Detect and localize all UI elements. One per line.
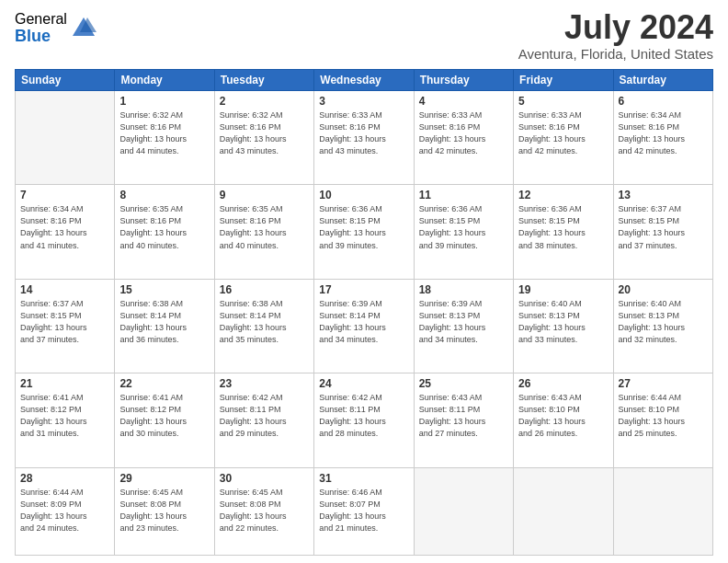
day-info: Sunrise: 6:43 AM Sunset: 8:11 PM Dayligh…: [419, 392, 508, 440]
day-number: 27: [619, 377, 708, 390]
day-number: 4: [419, 95, 508, 108]
day-number: 28: [20, 472, 109, 485]
day-number: 9: [220, 189, 309, 201]
day-number: 24: [319, 377, 408, 390]
day-number: 5: [518, 95, 608, 108]
day-info: Sunrise: 6:42 AM Sunset: 8:11 PM Dayligh…: [319, 392, 408, 440]
day-number: 29: [119, 472, 209, 485]
calendar-cell: 9Sunrise: 6:35 AM Sunset: 8:16 PM Daylig…: [214, 185, 313, 279]
calendar-cell: 1Sunrise: 6:32 AM Sunset: 8:16 PM Daylig…: [115, 91, 214, 185]
calendar-cell: 23Sunrise: 6:42 AM Sunset: 8:11 PM Dayli…: [214, 373, 313, 467]
calendar-cell: 30Sunrise: 6:45 AM Sunset: 8:08 PM Dayli…: [214, 467, 313, 555]
day-number: 15: [119, 283, 209, 296]
day-info: Sunrise: 6:44 AM Sunset: 8:10 PM Dayligh…: [619, 392, 708, 440]
day-info: Sunrise: 6:45 AM Sunset: 8:08 PM Dayligh…: [119, 487, 209, 534]
day-number: 22: [119, 377, 209, 390]
calendar-header-sunday: Sunday: [16, 70, 115, 91]
calendar-cell: 16Sunrise: 6:38 AM Sunset: 8:14 PM Dayli…: [214, 279, 313, 373]
logo: General Blue: [15, 11, 97, 45]
subtitle: Aventura, Florida, United States: [518, 46, 713, 62]
day-number: 18: [419, 283, 508, 296]
day-number: 8: [119, 189, 209, 201]
calendar-cell: 21Sunrise: 6:41 AM Sunset: 8:12 PM Dayli…: [16, 373, 115, 467]
day-number: 30: [220, 472, 309, 485]
calendar-cell: 3Sunrise: 6:33 AM Sunset: 8:16 PM Daylig…: [314, 91, 414, 185]
day-number: 6: [619, 95, 708, 108]
day-number: 13: [619, 189, 708, 201]
day-info: Sunrise: 6:46 AM Sunset: 8:07 PM Dayligh…: [319, 487, 408, 534]
calendar-cell: 27Sunrise: 6:44 AM Sunset: 8:10 PM Dayli…: [613, 373, 712, 467]
week-row-5: 28Sunrise: 6:44 AM Sunset: 8:09 PM Dayli…: [16, 467, 713, 555]
day-number: 31: [319, 472, 408, 485]
calendar-cell: 20Sunrise: 6:40 AM Sunset: 8:13 PM Dayli…: [613, 279, 712, 373]
day-info: Sunrise: 6:42 AM Sunset: 8:11 PM Dayligh…: [220, 392, 309, 440]
day-number: 16: [220, 283, 309, 296]
calendar-header-wednesday: Wednesday: [314, 70, 414, 91]
page: General Blue July 2024 Aventura, Florida…: [0, 0, 728, 563]
logo-icon: [71, 16, 97, 41]
week-row-3: 14Sunrise: 6:37 AM Sunset: 8:15 PM Dayli…: [16, 279, 713, 373]
day-info: Sunrise: 6:32 AM Sunset: 8:16 PM Dayligh…: [220, 109, 309, 157]
day-number: 25: [419, 377, 508, 390]
day-number: 26: [518, 377, 608, 390]
day-number: 14: [20, 283, 109, 296]
day-info: Sunrise: 6:41 AM Sunset: 8:12 PM Dayligh…: [20, 392, 109, 440]
calendar-cell: [613, 467, 712, 555]
calendar-cell: 15Sunrise: 6:38 AM Sunset: 8:14 PM Dayli…: [115, 279, 214, 373]
day-number: 11: [419, 189, 508, 201]
calendar-cell: 14Sunrise: 6:37 AM Sunset: 8:15 PM Dayli…: [16, 279, 115, 373]
day-number: 23: [220, 377, 309, 390]
calendar-cell: 18Sunrise: 6:39 AM Sunset: 8:13 PM Dayli…: [414, 279, 513, 373]
day-info: Sunrise: 6:37 AM Sunset: 8:15 PM Dayligh…: [20, 298, 109, 346]
day-number: 17: [319, 283, 408, 296]
week-row-2: 7Sunrise: 6:34 AM Sunset: 8:16 PM Daylig…: [16, 185, 713, 279]
calendar-cell: 11Sunrise: 6:36 AM Sunset: 8:15 PM Dayli…: [414, 185, 513, 279]
day-info: Sunrise: 6:36 AM Sunset: 8:15 PM Dayligh…: [518, 203, 608, 251]
calendar-cell: 2Sunrise: 6:32 AM Sunset: 8:16 PM Daylig…: [214, 91, 313, 185]
day-info: Sunrise: 6:45 AM Sunset: 8:08 PM Dayligh…: [220, 487, 309, 534]
main-title: July 2024: [518, 11, 713, 44]
day-info: Sunrise: 6:39 AM Sunset: 8:14 PM Dayligh…: [319, 298, 408, 346]
calendar-cell: 10Sunrise: 6:36 AM Sunset: 8:15 PM Dayli…: [314, 185, 414, 279]
day-info: Sunrise: 6:38 AM Sunset: 8:14 PM Dayligh…: [220, 298, 309, 346]
day-info: Sunrise: 6:32 AM Sunset: 8:16 PM Dayligh…: [119, 109, 209, 157]
calendar-header-tuesday: Tuesday: [214, 70, 313, 91]
calendar-cell: 7Sunrise: 6:34 AM Sunset: 8:16 PM Daylig…: [16, 185, 115, 279]
day-info: Sunrise: 6:33 AM Sunset: 8:16 PM Dayligh…: [518, 109, 608, 157]
day-number: 20: [619, 283, 708, 296]
week-row-4: 21Sunrise: 6:41 AM Sunset: 8:12 PM Dayli…: [16, 373, 713, 467]
calendar-cell: 26Sunrise: 6:43 AM Sunset: 8:10 PM Dayli…: [514, 373, 613, 467]
calendar-cell: 8Sunrise: 6:35 AM Sunset: 8:16 PM Daylig…: [115, 185, 214, 279]
calendar-cell: 12Sunrise: 6:36 AM Sunset: 8:15 PM Dayli…: [514, 185, 613, 279]
day-info: Sunrise: 6:37 AM Sunset: 8:15 PM Dayligh…: [619, 203, 708, 251]
day-info: Sunrise: 6:38 AM Sunset: 8:14 PM Dayligh…: [119, 298, 209, 346]
title-section: July 2024 Aventura, Florida, United Stat…: [518, 11, 713, 62]
day-number: 19: [518, 283, 608, 296]
calendar-cell: [16, 91, 115, 185]
calendar-header-monday: Monday: [115, 70, 214, 91]
calendar-cell: 13Sunrise: 6:37 AM Sunset: 8:15 PM Dayli…: [613, 185, 712, 279]
logo-blue: Blue: [15, 28, 67, 46]
calendar-cell: 22Sunrise: 6:41 AM Sunset: 8:12 PM Dayli…: [115, 373, 214, 467]
calendar-cell: [414, 467, 513, 555]
day-number: 1: [119, 95, 209, 108]
day-info: Sunrise: 6:34 AM Sunset: 8:16 PM Dayligh…: [619, 109, 708, 157]
day-info: Sunrise: 6:33 AM Sunset: 8:16 PM Dayligh…: [419, 109, 508, 157]
day-info: Sunrise: 6:43 AM Sunset: 8:10 PM Dayligh…: [518, 392, 608, 440]
calendar-cell: 6Sunrise: 6:34 AM Sunset: 8:16 PM Daylig…: [613, 91, 712, 185]
day-info: Sunrise: 6:41 AM Sunset: 8:12 PM Dayligh…: [119, 392, 209, 440]
day-number: 10: [319, 189, 408, 201]
day-info: Sunrise: 6:36 AM Sunset: 8:15 PM Dayligh…: [319, 203, 408, 251]
calendar-header-saturday: Saturday: [613, 70, 712, 91]
day-info: Sunrise: 6:36 AM Sunset: 8:15 PM Dayligh…: [419, 203, 508, 251]
calendar-header-row: SundayMondayTuesdayWednesdayThursdayFrid…: [16, 70, 713, 91]
day-info: Sunrise: 6:35 AM Sunset: 8:16 PM Dayligh…: [220, 203, 309, 251]
day-info: Sunrise: 6:44 AM Sunset: 8:09 PM Dayligh…: [20, 487, 109, 534]
calendar-cell: 31Sunrise: 6:46 AM Sunset: 8:07 PM Dayli…: [314, 467, 414, 555]
calendar-cell: 4Sunrise: 6:33 AM Sunset: 8:16 PM Daylig…: [414, 91, 513, 185]
day-number: 21: [20, 377, 109, 390]
day-info: Sunrise: 6:34 AM Sunset: 8:16 PM Dayligh…: [20, 203, 109, 251]
calendar-table: SundayMondayTuesdayWednesdayThursdayFrid…: [15, 69, 713, 556]
logo-text: General Blue: [15, 11, 67, 45]
calendar-cell: 28Sunrise: 6:44 AM Sunset: 8:09 PM Dayli…: [16, 467, 115, 555]
